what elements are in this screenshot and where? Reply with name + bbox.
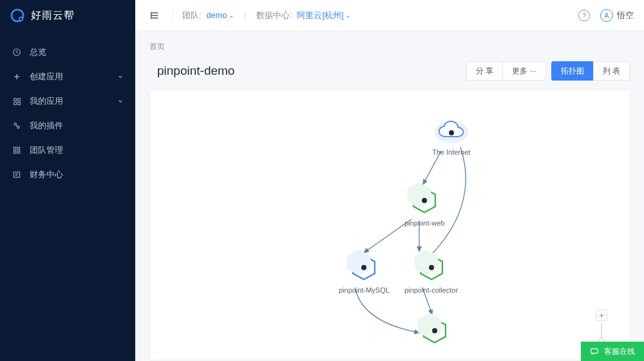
collapse-sidebar-button[interactable] bbox=[146, 6, 164, 24]
support-button[interactable]: 客服在线 bbox=[581, 342, 644, 361]
finance-icon bbox=[12, 170, 22, 179]
sidebar-item-label: 我的应用 bbox=[30, 95, 117, 107]
title-row: pinpoint-demo 分 享 更多 ··· 拓扑图 列 表 bbox=[149, 61, 630, 81]
sidebar: 好雨云帮 总览 创建应用 我的应用 我的插件 团队管理 财务中心 bbox=[0, 0, 135, 361]
plugin-icon bbox=[12, 121, 22, 130]
svg-rect-10 bbox=[17, 147, 20, 150]
region-value: 阿里云[杭州]⌄ bbox=[297, 10, 350, 21]
hexagon-icon bbox=[410, 186, 439, 215]
svg-rect-11 bbox=[14, 151, 16, 153]
page-title: pinpoint-demo bbox=[157, 64, 234, 78]
team-selector[interactable]: 团队: demo⌄ bbox=[182, 10, 234, 21]
svg-rect-5 bbox=[14, 102, 16, 104]
list-view-button[interactable]: 列 表 bbox=[593, 61, 630, 81]
sidebar-item-my-apps[interactable]: 我的应用 bbox=[0, 89, 135, 113]
title-actions: 分 享 更多 ··· 拓扑图 列 表 bbox=[466, 61, 630, 81]
hexagon-icon bbox=[417, 253, 446, 282]
region-selector[interactable]: 数据中心: 阿里云[杭州]⌄ bbox=[256, 10, 350, 21]
node-label: pinpoint-web bbox=[404, 219, 444, 227]
breadcrumb[interactable]: 首页 bbox=[149, 41, 630, 52]
chevron-down-icon: ⌄ bbox=[345, 12, 350, 19]
sidebar-item-label: 创建应用 bbox=[30, 71, 117, 83]
sidebar-item-label: 总览 bbox=[30, 46, 124, 58]
svg-marker-20 bbox=[414, 249, 438, 275]
support-label: 客服在线 bbox=[604, 346, 635, 357]
user-name: 悟空 bbox=[617, 10, 634, 21]
zoom-in-button[interactable]: + bbox=[596, 309, 607, 321]
sidebar-item-team[interactable]: 团队管理 bbox=[0, 138, 135, 162]
svg-rect-4 bbox=[17, 98, 20, 101]
sidebar-item-finance[interactable]: 财务中心 bbox=[0, 162, 135, 187]
topology-node-collector[interactable]: pinpoint-collector bbox=[404, 253, 458, 294]
svg-point-1 bbox=[19, 17, 23, 21]
topology-node-web[interactable]: pinpoint-web bbox=[404, 186, 444, 227]
overview-icon bbox=[12, 48, 22, 57]
hexagon-icon bbox=[420, 316, 450, 346]
svg-marker-18 bbox=[347, 249, 371, 275]
node-label: The Internet bbox=[432, 148, 470, 156]
separator: | bbox=[244, 10, 246, 20]
sidebar-item-overview[interactable]: 总览 bbox=[0, 40, 135, 64]
nav: 总览 创建应用 我的应用 我的插件 团队管理 财务中心 bbox=[0, 31, 135, 187]
svg-rect-12 bbox=[17, 151, 20, 153]
logo-icon bbox=[10, 8, 24, 23]
sidebar-item-label: 团队管理 bbox=[30, 144, 124, 156]
svg-marker-16 bbox=[408, 182, 431, 208]
sidebar-item-label: 我的插件 bbox=[30, 120, 124, 132]
menu-collapse-icon bbox=[149, 10, 160, 21]
topology-node-mysql[interactable]: pinpoint-MySQL bbox=[339, 253, 390, 294]
svg-rect-3 bbox=[14, 98, 16, 101]
topology-view-button[interactable]: 拓扑图 bbox=[551, 61, 594, 81]
team-icon bbox=[12, 146, 22, 155]
topology-canvas[interactable]: The Internet pinpoint-web pinpoint-MySQL bbox=[149, 90, 630, 360]
chevron-down-icon bbox=[117, 97, 124, 106]
svg-rect-24 bbox=[591, 349, 598, 353]
topology-node-next[interactable] bbox=[420, 316, 450, 346]
user-menu[interactable]: 悟空 bbox=[600, 9, 634, 22]
logo[interactable]: 好雨云帮 bbox=[0, 0, 135, 31]
svg-rect-13 bbox=[14, 172, 19, 177]
region-label: 数据中心: bbox=[256, 10, 292, 20]
more-button[interactable]: 更多 ··· bbox=[502, 61, 545, 81]
chat-icon bbox=[590, 347, 599, 356]
content: 首页 pinpoint-demo 分 享 更多 ··· 拓扑图 列 表 bbox=[135, 31, 644, 361]
chevron-down-icon bbox=[117, 72, 124, 82]
brand-name: 好雨云帮 bbox=[31, 9, 75, 23]
cloud-icon bbox=[433, 117, 469, 144]
separator bbox=[173, 8, 173, 23]
node-label: pinpoint-collector bbox=[404, 286, 458, 294]
plus-icon bbox=[12, 73, 22, 81]
hexagon-icon bbox=[349, 253, 379, 282]
sidebar-item-label: 财务中心 bbox=[30, 169, 124, 180]
grid-icon bbox=[12, 97, 22, 106]
chevron-down-icon: ⌄ bbox=[229, 12, 234, 19]
node-label: pinpoint-MySQL bbox=[339, 286, 390, 294]
share-button[interactable]: 分 享 bbox=[466, 61, 503, 81]
svg-rect-6 bbox=[17, 102, 20, 104]
team-label: 团队: bbox=[182, 10, 202, 20]
svg-marker-22 bbox=[418, 313, 442, 338]
avatar-icon bbox=[600, 9, 613, 22]
topology-edges bbox=[150, 90, 629, 360]
topbar: 团队: demo⌄ | 数据中心: 阿里云[杭州]⌄ ? 悟空 bbox=[135, 0, 644, 31]
svg-rect-9 bbox=[14, 147, 16, 150]
help-button[interactable]: ? bbox=[578, 10, 590, 21]
sidebar-item-create-app[interactable]: 创建应用 bbox=[0, 64, 135, 89]
team-value: demo⌄ bbox=[206, 10, 234, 20]
svg-point-14 bbox=[605, 13, 607, 15]
topology-node-internet[interactable]: The Internet bbox=[432, 117, 470, 156]
sidebar-item-plugins[interactable]: 我的插件 bbox=[0, 113, 135, 138]
